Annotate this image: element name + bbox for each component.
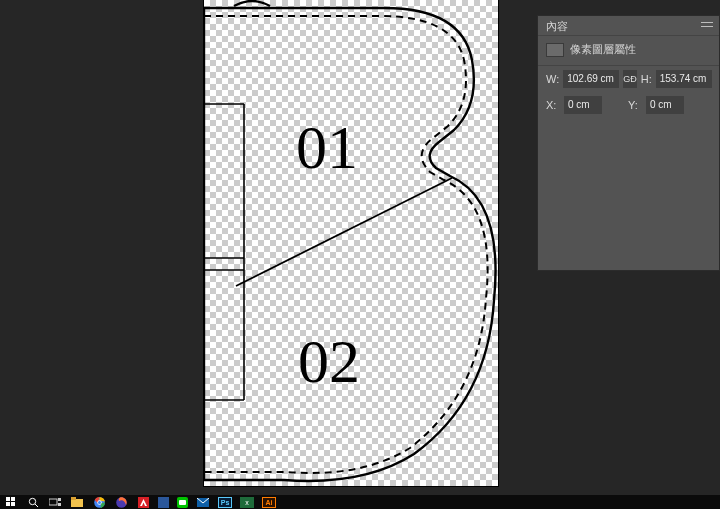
svg-rect-9	[11, 502, 15, 506]
panel-menu-icon[interactable]	[701, 19, 715, 31]
panel-section-header: 像素圖層屬性	[538, 36, 719, 66]
artwork-label-1: 01	[296, 113, 358, 181]
panel-section-title: 像素圖層屬性	[570, 42, 636, 57]
svg-line-11	[35, 504, 38, 507]
start-icon[interactable]	[4, 497, 18, 508]
svg-rect-8	[6, 502, 10, 506]
link-wh-button[interactable]: GĐ	[623, 70, 637, 88]
illustrator-icon[interactable]: Ai	[262, 497, 276, 508]
svg-rect-6	[6, 497, 10, 501]
x-input[interactable]	[564, 96, 602, 114]
x-label: X:	[546, 99, 560, 111]
y-label: Y:	[628, 99, 642, 111]
artwork-svg: 01 02	[204, 0, 498, 486]
svg-line-5	[236, 178, 452, 286]
svg-rect-12	[49, 499, 57, 505]
svg-point-10	[29, 498, 35, 504]
panel-tab-title: 內容	[546, 20, 568, 32]
width-label: W:	[546, 73, 559, 85]
explorer-icon[interactable]	[70, 497, 84, 508]
svg-rect-15	[71, 499, 83, 507]
photoshop-icon[interactable]: Ps	[218, 497, 232, 508]
taskview-icon[interactable]	[48, 497, 62, 508]
artwork-label-2: 02	[298, 327, 360, 395]
width-input[interactable]	[563, 70, 619, 88]
line-icon[interactable]	[177, 497, 188, 508]
layer-thumb-icon	[546, 43, 564, 57]
word-icon[interactable]	[158, 497, 169, 508]
svg-rect-13	[58, 498, 61, 501]
y-input[interactable]	[646, 96, 684, 114]
height-label: H:	[641, 73, 652, 85]
svg-rect-14	[58, 503, 61, 506]
mail-icon[interactable]	[196, 497, 210, 508]
svg-point-19	[98, 501, 101, 504]
svg-rect-7	[11, 497, 15, 501]
properties-panel: 內容 像素圖層屬性 W: GĐ H: X: Y:	[537, 15, 720, 271]
excel-icon[interactable]: x	[240, 497, 254, 508]
svg-rect-16	[71, 497, 76, 500]
taskbar: Ps x Ai	[0, 495, 720, 509]
chrome-icon[interactable]	[92, 497, 106, 508]
search-icon[interactable]	[26, 497, 40, 508]
height-input[interactable]	[656, 70, 712, 88]
firefox-icon[interactable]	[114, 497, 128, 508]
panel-tab[interactable]: 內容	[538, 16, 719, 36]
document-canvas[interactable]: 01 02	[204, 0, 498, 486]
adobe-icon[interactable]	[136, 497, 150, 508]
